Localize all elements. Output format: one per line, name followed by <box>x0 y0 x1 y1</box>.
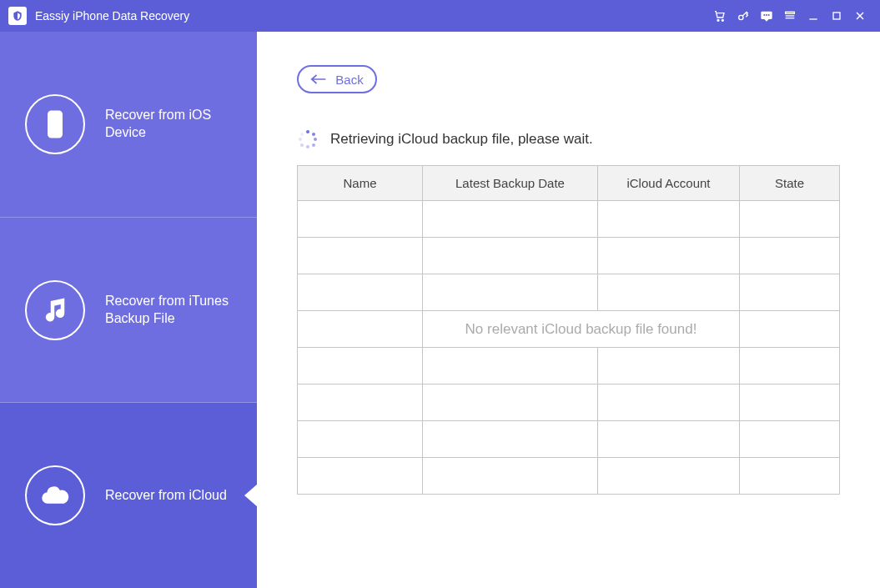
key-icon[interactable] <box>732 4 755 28</box>
table-row <box>298 201 840 238</box>
col-header-date: Latest Backup Date <box>423 166 598 201</box>
loading-spinner-icon <box>299 130 317 148</box>
table-row <box>298 348 840 384</box>
empty-state-message: No relevant iCloud backup file found! <box>465 321 697 337</box>
sidebar-item-label: Recover from iOS Device <box>105 107 247 142</box>
music-note-icon <box>25 280 85 340</box>
col-header-name: Name <box>298 166 423 201</box>
cart-icon[interactable] <box>708 4 732 28</box>
svg-rect-7 <box>833 13 840 19</box>
svg-point-1 <box>722 19 723 21</box>
sidebar-item-icloud[interactable]: Recover from iCloud <box>0 403 257 588</box>
feedback-icon[interactable] <box>755 4 778 28</box>
col-header-account: iCloud Account <box>598 166 740 201</box>
sidebar: Recover from iOS Device Recover from iTu… <box>0 32 257 588</box>
maximize-button[interactable] <box>825 4 848 28</box>
sidebar-item-label: Recover from iCloud <box>105 487 227 505</box>
back-button[interactable]: Back <box>297 65 377 93</box>
table-row <box>298 458 840 495</box>
table-header-row: Name Latest Backup Date iCloud Account S… <box>298 166 840 201</box>
app-logo <box>8 7 27 25</box>
close-button[interactable] <box>848 4 872 28</box>
col-header-state: State <box>740 166 840 201</box>
svg-point-0 <box>717 19 719 21</box>
phone-icon <box>25 94 85 154</box>
table-row <box>298 238 840 274</box>
table-row: No relevant iCloud backup file found! <box>298 311 840 348</box>
cloud-icon <box>25 465 85 525</box>
table-row <box>298 384 840 421</box>
main-panel: Back Retrieving iCloud backup file, plea… <box>257 32 880 588</box>
table-row <box>298 274 840 311</box>
svg-point-2 <box>739 15 743 19</box>
sidebar-item-label: Recover from iTunes Backup File <box>105 293 247 328</box>
minimize-button[interactable] <box>802 4 825 28</box>
status-message: Retrieving iCloud backup file, please wa… <box>330 131 593 148</box>
backup-table: Name Latest Backup Date iCloud Account S… <box>297 165 840 495</box>
app-title: Eassiy iPhone Data Recovery <box>35 9 189 23</box>
svg-rect-3 <box>786 12 795 13</box>
titlebar: Eassiy iPhone Data Recovery <box>0 0 880 32</box>
menu-icon[interactable] <box>778 4 802 28</box>
svg-point-11 <box>54 132 57 134</box>
table-row <box>298 421 840 458</box>
sidebar-item-itunes-backup[interactable]: Recover from iTunes Backup File <box>0 218 257 404</box>
sidebar-item-ios-device[interactable]: Recover from iOS Device <box>0 32 257 218</box>
back-button-label: Back <box>335 73 363 87</box>
